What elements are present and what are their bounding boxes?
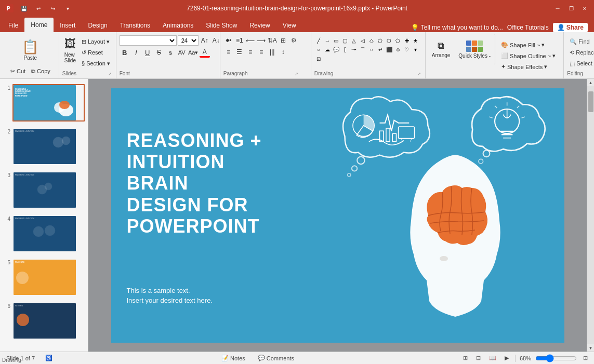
tri-shape[interactable]: △ <box>350 36 358 45</box>
copy-button[interactable]: ⧉ Copy <box>29 66 53 76</box>
center-button[interactable]: ☰ <box>234 47 245 57</box>
scroll-up-button[interactable]: ▲ <box>587 79 595 86</box>
shape-outline-button[interactable]: ⬜ Shape Outline ~ ▾ <box>498 51 558 61</box>
find-button[interactable]: 🔍 Find <box>567 36 592 47</box>
vertical-scrollbar[interactable]: ▲ ▼ <box>587 79 594 352</box>
cube-shape[interactable]: ⬛ <box>385 46 393 54</box>
columns-button[interactable]: ||| <box>267 47 278 57</box>
diam-shape[interactable]: ◇ <box>367 36 376 45</box>
close-button[interactable]: ✕ <box>579 3 590 14</box>
scroll-down-button[interactable]: ▼ <box>587 344 595 352</box>
paste-button[interactable]: 📋 Paste <box>19 34 42 65</box>
drawing-expand[interactable]: ↗ <box>417 71 422 76</box>
tab-file[interactable]: File <box>2 19 24 32</box>
shape-effects-button[interactable]: ✦ Shape Effects ▾ <box>498 62 558 72</box>
slide-img-2[interactable]: REASONING + INTUITION <box>12 128 85 165</box>
oct-shape[interactable]: ⬠ <box>394 36 402 45</box>
text-direction-button[interactable]: ⇅A <box>267 35 278 46</box>
scroll-thumb[interactable] <box>588 91 593 112</box>
slide-img-4[interactable]: REASONING + INTUITION <box>12 215 85 252</box>
arrow-shape[interactable]: → <box>323 36 332 45</box>
shape-fill-button[interactable]: 🎨 Shape Fill ~ ▾ <box>498 40 558 50</box>
quick-styles-button[interactable]: Quick Styles - <box>454 34 495 64</box>
slide-thumb-1[interactable]: 1 REASONING +INTUITION BRAINDESIGN FORPO… <box>2 83 86 123</box>
font-color-button[interactable]: A <box>200 47 210 58</box>
char-spacing-button[interactable]: AV <box>177 47 187 58</box>
increase-indent-button[interactable]: ⟶ <box>256 35 267 46</box>
arc-shape[interactable]: ⌒ <box>359 46 367 54</box>
pent-shape[interactable]: ⬠ <box>376 36 385 45</box>
rtri-shape[interactable]: ◁ <box>359 36 367 45</box>
paragraph-expand[interactable]: ↗ <box>294 71 299 76</box>
customize-qat-button[interactable]: ▾ <box>62 3 73 14</box>
slide-thumb-4[interactable]: 4 REASONING + INTUITION <box>2 214 86 253</box>
decrease-indent-button[interactable]: ⟵ <box>245 35 256 46</box>
line-shape[interactable]: ╱ <box>314 36 323 45</box>
text-box-shape[interactable]: ⊡ <box>314 55 323 63</box>
share-button[interactable]: 👤 Share <box>553 23 588 32</box>
office-tutorials-link[interactable]: Office Tutorials <box>507 24 549 31</box>
tab-home[interactable]: Home <box>24 18 54 32</box>
slide-thumb-6[interactable]: 6 INTUITION <box>2 301 86 341</box>
grow-font-button[interactable]: A↑ <box>200 35 210 46</box>
change-case-button[interactable]: Aa▾ <box>188 47 199 58</box>
more-shapes[interactable]: ▾ <box>412 46 420 54</box>
slide-thumb-3[interactable]: 3 REASONING + INTUITION <box>2 170 86 210</box>
slide-canvas[interactable]: REASONING +INTUITION BRAINDESIGN FORPOWE… <box>111 88 564 343</box>
slide-thumb-5[interactable]: 5 REASONING <box>2 258 86 297</box>
strikethrough-button[interactable]: S <box>154 47 164 58</box>
wave-shape[interactable]: 〜 <box>350 46 358 54</box>
bullets-button[interactable]: ≡• <box>223 35 234 46</box>
tab-review[interactable]: Review <box>243 19 276 32</box>
smiley-shape[interactable]: ☺ <box>394 46 402 54</box>
comments-button[interactable]: 💬 Comments <box>256 355 296 361</box>
numbering-button[interactable]: ≡1 <box>234 35 245 46</box>
notes-button[interactable]: 📝 Notes <box>219 355 247 361</box>
main-slide-area[interactable]: REASONING +INTUITION BRAINDESIGN FORPOWE… <box>88 79 587 352</box>
reset-button[interactable]: ↺ Reset <box>79 47 113 58</box>
new-slide-button[interactable]: 🖼 New Slide <box>62 36 78 64</box>
align-right-button[interactable]: ≡ <box>245 47 256 57</box>
tab-insert[interactable]: Insert <box>54 19 82 32</box>
align-text-button[interactable]: ⊞ <box>278 35 288 46</box>
callout-shape[interactable]: 💬 <box>332 46 340 54</box>
underline-button[interactable]: U <box>142 47 153 58</box>
heart-shape[interactable]: ♡ <box>403 46 411 54</box>
tab-animations[interactable]: Animations <box>156 19 200 32</box>
plus-shape[interactable]: ✚ <box>403 36 411 45</box>
undo-qat-button[interactable]: ↩ <box>33 3 44 14</box>
tab-view[interactable]: View <box>276 19 302 32</box>
bend-shape[interactable]: ↵ <box>376 46 385 54</box>
star-shape[interactable]: ★ <box>412 36 420 45</box>
slide-img-3[interactable]: REASONING + INTUITION <box>12 171 85 209</box>
tab-slideshow[interactable]: Slide Show <box>200 19 243 32</box>
cloud-shape[interactable]: ☁ <box>323 46 332 54</box>
slide-img-6[interactable]: INTUITION <box>12 302 85 340</box>
cut-button[interactable]: ✂ Cut <box>8 66 28 76</box>
slides-expand[interactable]: ↗ <box>108 71 113 76</box>
slide-img-5[interactable]: REASONING <box>12 259 85 296</box>
section-button[interactable]: § Section ▾ <box>79 58 113 69</box>
rounded-rect-shape[interactable]: ▢ <box>341 36 349 45</box>
restore-button[interactable]: ❐ <box>566 3 576 14</box>
slide-img-1[interactable]: REASONING +INTUITION BRAINDESIGN FORPOWE… <box>12 84 85 122</box>
hex-shape[interactable]: ⬡ <box>385 36 393 45</box>
scroll-track[interactable] <box>587 86 595 344</box>
save-qat-button[interactable]: 💾 <box>19 3 29 14</box>
smartart-button[interactable]: ⚙ <box>289 35 299 46</box>
font-name-select[interactable] <box>120 35 177 46</box>
shrink-font-button[interactable]: A↓ <box>211 35 221 46</box>
shadow-button[interactable]: s <box>165 47 176 58</box>
tab-transitions[interactable]: Transitions <box>114 19 156 32</box>
dblarrow-shape[interactable]: ↔ <box>367 46 376 54</box>
slide-thumb-2[interactable]: 2 REASONING + INTUITION <box>2 127 86 166</box>
bracket-shape[interactable]: [ <box>341 46 349 54</box>
rect-shape[interactable]: ▭ <box>332 36 340 45</box>
redo-qat-button[interactable]: ↪ <box>48 3 58 14</box>
arrange-button[interactable]: ⧉ Arrange <box>429 34 454 64</box>
italic-button[interactable]: I <box>131 47 141 58</box>
help-button[interactable]: 💡 Tell me what you want to do... <box>411 24 503 31</box>
bold-button[interactable]: B <box>120 47 130 58</box>
layout-button[interactable]: ⊞ Layout ▾ <box>79 36 113 47</box>
font-size-select[interactable]: 24 <box>178 35 199 46</box>
